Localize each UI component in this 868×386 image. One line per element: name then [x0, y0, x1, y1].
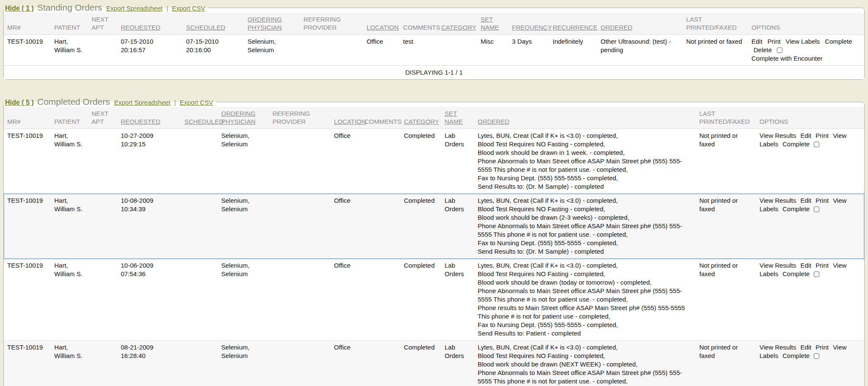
complete-link[interactable]: Complete — [825, 38, 852, 45]
cell-scheduled — [181, 194, 218, 259]
edit-link[interactable]: Edit — [800, 197, 811, 204]
cell-ordering-physician: Selenium, Selenium — [218, 259, 269, 341]
cell-next-apt — [88, 194, 117, 259]
cell-ordering-physician: Selenium, Selenium — [218, 194, 269, 259]
edit-link[interactable]: Edit — [800, 262, 811, 269]
cell-referring-provider — [269, 129, 331, 194]
cell-next-apt — [88, 259, 117, 341]
cell-ordering-physician: Selenium, Selenium — [244, 35, 300, 66]
edit-link[interactable]: Edit — [800, 344, 811, 351]
edit-link[interactable]: Edit — [800, 132, 811, 139]
cell-set-name: Lab Orders — [441, 259, 474, 341]
cell-category — [438, 35, 477, 66]
complete-link[interactable]: Complete — [782, 270, 810, 277]
cell-next-apt — [88, 35, 117, 66]
column-header-scheduled[interactable]: SCHEDULED — [181, 107, 218, 129]
standing-export-csv-link[interactable]: Export CSV — [172, 5, 205, 12]
column-header-comments: COMMENTS — [361, 107, 401, 129]
legend-separator: | — [174, 99, 176, 106]
column-header-mr-: MR# — [4, 13, 51, 35]
completed-export-csv-link[interactable]: Export CSV — [180, 99, 213, 106]
column-header-recurrence[interactable]: RECURRENCE — [549, 13, 597, 35]
cell-category: Completed — [401, 259, 441, 341]
cell-set-name: Misc — [477, 35, 509, 66]
print-link[interactable]: Print — [815, 132, 829, 139]
standing-pagination-status: DISPLAYING 1-1 / 1 — [4, 66, 864, 80]
column-header-location[interactable]: LOCATION — [363, 13, 400, 35]
column-header-set-name[interactable]: SET NAME — [477, 13, 509, 35]
cell-scheduled — [181, 341, 218, 386]
column-header-category[interactable]: CATEGORY — [401, 107, 441, 129]
cell-ordered: Lytes, BUN, Creat (Call if K+ is <3.0) -… — [474, 129, 696, 194]
complete-checkbox[interactable] — [814, 271, 819, 277]
standing-hide-link[interactable]: Hide ( 1 ) — [5, 5, 34, 12]
column-header-ordering-physician[interactable]: ORDERING PHYSICIAN — [244, 13, 300, 35]
column-header-location[interactable]: LOCATION — [331, 107, 361, 129]
complete-link[interactable]: Complete — [782, 205, 810, 213]
column-header-options: OPTIONS — [756, 107, 864, 129]
cell-recurrence: Indefinitely — [549, 35, 597, 66]
column-header-patient: PATIENT — [51, 13, 88, 35]
cell-set-name: Lab Orders — [441, 341, 474, 386]
view-results-link[interactable]: View Results — [760, 344, 796, 351]
completed-order-row: TEST-10019 Hart, William S. 10-08-2009 1… — [4, 194, 864, 259]
cell-comments — [361, 129, 401, 194]
print-link[interactable]: Print — [768, 38, 781, 45]
cell-options: View ResultsEditPrintView LabelsComplete — [756, 259, 864, 341]
cell-location: Office — [331, 194, 361, 259]
column-header-ordered[interactable]: ORDERED — [474, 107, 696, 129]
cell-referring-provider — [269, 259, 331, 341]
completed-hide-link[interactable]: Hide ( 5 ) — [5, 99, 34, 106]
cell-ordered: Lytes, BUN, Creat (Call if K+ is <3.0) -… — [474, 194, 696, 259]
column-header-ordering-physician[interactable]: ORDERING PHYSICIAN — [218, 107, 269, 129]
cell-last-printed-faxed: Not printed or faxed — [696, 129, 756, 194]
cell-location: Office — [331, 259, 361, 341]
column-header-ordered[interactable]: ORDERED — [597, 13, 683, 35]
cell-set-name: Lab Orders — [441, 129, 474, 194]
delete-link[interactable]: Delete — [754, 46, 772, 53]
print-link[interactable]: Print — [815, 344, 829, 351]
complete-checkbox[interactable] — [814, 142, 819, 147]
print-link[interactable]: Print — [815, 197, 829, 204]
cell-frequency: 3 Days — [509, 35, 549, 66]
view-results-link[interactable]: View Results — [760, 262, 796, 269]
standing-export-spreadsheet-link[interactable]: Export Spreadsheet — [106, 5, 163, 12]
cell-comments — [361, 341, 401, 386]
cell-options: View ResultsEditPrintView LabelsComplete — [756, 194, 864, 259]
cell-location: Office — [331, 129, 361, 194]
cell-requested: 10-08-2009 10:34:39 — [117, 194, 181, 259]
view-results-link[interactable]: View Results — [760, 197, 796, 204]
edit-link[interactable]: Edit — [751, 38, 762, 45]
column-header-requested[interactable]: REQUESTED — [117, 13, 183, 35]
cell-mr-number: TEST-10019 — [4, 194, 51, 259]
cell-last-printed-faxed: Not printed or faxed — [696, 259, 756, 341]
cell-patient: Hart, William S. — [51, 259, 88, 341]
complete-with-encounter-link[interactable]: Complete with Encounter — [751, 55, 823, 62]
complete-with-encounter-checkbox[interactable] — [777, 48, 782, 53]
print-link[interactable]: Print — [815, 262, 829, 269]
column-header-requested[interactable]: REQUESTED — [117, 107, 181, 129]
cell-patient: Hart, William S. — [51, 35, 88, 66]
column-header-scheduled[interactable]: SCHEDULED — [183, 13, 244, 35]
complete-link[interactable]: Complete — [782, 352, 810, 359]
cell-scheduled: 07-15-2010 20:16:00 — [183, 35, 244, 66]
column-header-last-printed-faxed: LAST PRINTED/FAXED — [683, 13, 748, 35]
view-results-link[interactable]: View Results — [760, 132, 796, 139]
completed-header-row: MR#PATIENTNEXT APTREQUESTEDSCHEDULEDORDE… — [4, 107, 864, 129]
column-header-set-name[interactable]: SET NAME — [441, 107, 474, 129]
cell-category: Completed — [401, 341, 441, 386]
view-labels-link[interactable]: View Labels — [786, 38, 820, 45]
complete-checkbox[interactable] — [814, 207, 819, 212]
cell-category: Completed — [401, 129, 441, 194]
completed-orders-table: MR#PATIENTNEXT APTREQUESTEDSCHEDULEDORDE… — [4, 107, 864, 386]
column-header-referring-provider: REFERRING PROVIDER — [269, 107, 331, 129]
complete-checkbox[interactable] — [814, 353, 819, 359]
completed-export-spreadsheet-link[interactable]: Export Spreadsheet — [114, 99, 170, 106]
column-header-category[interactable]: CATEGORY — [438, 13, 477, 35]
column-header-patient: PATIENT — [51, 107, 88, 129]
cell-ordered: Lytes, BUN, Creat (Call if K+ is <3.0) -… — [474, 341, 696, 386]
cell-ordering-physician: Selenium, Selenium — [218, 341, 269, 386]
complete-link[interactable]: Complete — [782, 140, 810, 148]
cell-referring-provider — [269, 194, 331, 259]
column-header-frequency[interactable]: FREQUENCY — [509, 13, 549, 35]
